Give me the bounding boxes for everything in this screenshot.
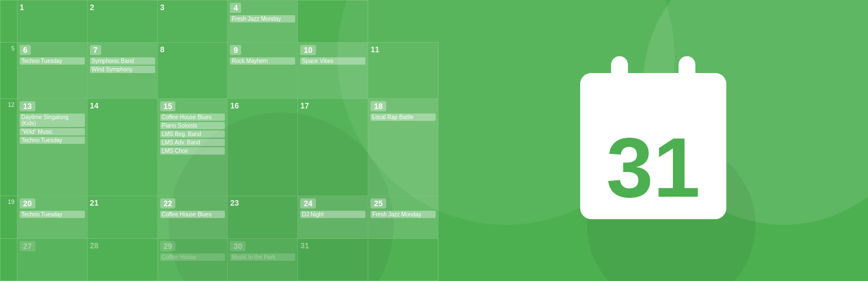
day-7: 7 Symphonic Band Wind Symphony [87, 43, 157, 99]
day-number: 17 [300, 101, 365, 110]
week-number: 5 [1, 43, 17, 99]
day-13: 13 Daytime Singalong (Kids) "Wild" Music… [17, 99, 88, 196]
event: LMS Adv. Band [160, 139, 225, 146]
event: Space Vibes [300, 57, 365, 65]
day-4: 4 Fresh Jazz Monday [228, 1, 298, 43]
event: DJ Night [300, 211, 365, 218]
week-number: 19 [1, 196, 17, 238]
event: Techno Tuesday [20, 211, 85, 218]
event: Coffee House Blues [160, 114, 225, 121]
day-number: 1 [20, 3, 85, 12]
day-8: 8 [157, 43, 228, 99]
event: "Wild" Music [20, 128, 85, 135]
event: Daytime Singalong (Kids) [20, 114, 85, 127]
svg-text:31: 31 [607, 120, 700, 215]
event: Music In the Park [230, 253, 295, 261]
day-number: 23 [230, 198, 295, 207]
day-number: 27 [20, 241, 35, 251]
day-21: 21 [87, 196, 157, 238]
calendar-section: 1 2 3 4 Fresh Jazz Monday 5 6 [0, 0, 438, 281]
event: Wind Symphony [90, 66, 155, 73]
svg-rect-3 [679, 56, 695, 87]
day-number: 14 [90, 101, 155, 110]
day-9: 9 Rock Mayhem [228, 43, 298, 99]
day-number: 31 [300, 241, 365, 250]
day-10: 10 Space Vibes [298, 43, 368, 99]
event: Techno Tuesday [20, 137, 85, 144]
event: Coffee House Blues [160, 211, 225, 218]
week-number [1, 238, 17, 280]
week-number: 12 [1, 99, 17, 196]
day-number: 3 [160, 3, 225, 12]
day-25: 25 Fresh Jazz Monday [368, 196, 438, 238]
event: Piano Soloists [160, 122, 225, 129]
calendar-row-week5: 27 28 29 Coffee House 30 Music In the Pa… [1, 238, 438, 280]
calendar-row-week4: 19 20 Techno Tuesday 21 22 Coffee House … [1, 196, 438, 238]
calendar-row-week2: 5 6 Techno Tuesday 7 Symphonic Band Wind… [1, 43, 438, 99]
event: Coffee House [160, 253, 225, 261]
week-spacer [1, 1, 17, 43]
day-number: 25 [370, 198, 386, 209]
event: Fresh Jazz Monday [370, 211, 436, 218]
day-number: 22 [160, 198, 176, 209]
day-3: 3 [157, 1, 228, 43]
event: Techno Tuesday [20, 57, 85, 65]
day-number: 20 [20, 198, 35, 209]
day-16: 16 [228, 99, 298, 196]
day-27: 27 [17, 238, 88, 280]
day-number: 28 [90, 241, 155, 250]
day-number: 6 [20, 45, 31, 55]
day-31: 31 [298, 238, 368, 280]
day-number: 29 [160, 241, 176, 251]
day-1: 1 [17, 1, 88, 43]
day-number: 10 [300, 45, 316, 55]
day-6: 6 Techno Tuesday [17, 43, 88, 99]
day-24: 24 DJ Night [298, 196, 368, 238]
day-14: 14 [87, 99, 157, 196]
day-number: 7 [90, 45, 101, 55]
event: LMS Beg. Band [160, 130, 225, 138]
day-number: 13 [20, 101, 35, 111]
day-18: 18 Local Rap Battle [368, 99, 438, 196]
calendar-table: 1 2 3 4 Fresh Jazz Monday 5 6 [0, 0, 438, 281]
event: Symphonic Band [90, 57, 155, 65]
day-23: 23 [228, 196, 298, 238]
day-15: 15 Coffee House Blues Piano Soloists LMS… [157, 99, 228, 196]
day-number: 9 [230, 45, 241, 55]
calendar-row-week1: 1 2 3 4 Fresh Jazz Monday [1, 1, 438, 43]
day-30: 30 Music In the Park [228, 238, 298, 280]
day-20: 20 Techno Tuesday [17, 196, 88, 238]
day-2: 2 [87, 1, 157, 43]
event: Fresh Jazz Monday [230, 15, 295, 22]
day-number: 18 [370, 101, 386, 111]
event: Rock Mayhem [230, 57, 295, 65]
svg-rect-1 [580, 73, 726, 112]
day-number: 11 [370, 45, 436, 54]
event: Local Rap Battle [370, 114, 436, 121]
day-number: 15 [160, 101, 176, 111]
day-28: 28 [87, 238, 157, 280]
day-number: 16 [230, 101, 295, 110]
event: LMS Choir [160, 147, 225, 155]
day-17: 17 [298, 99, 368, 196]
day-number: 4 [230, 3, 241, 13]
calendar-row-week3: 12 13 Daytime Singalong (Kids) "Wild" Mu… [1, 99, 438, 196]
calendar-icon: 31 [575, 51, 732, 230]
day-empty [368, 238, 438, 280]
day-number: 24 [300, 198, 316, 209]
day-number: 2 [90, 3, 155, 12]
svg-rect-2 [611, 56, 628, 87]
day-11: 11 [368, 43, 438, 99]
day-number: 8 [160, 45, 225, 54]
day-29: 29 Coffee House [157, 238, 228, 280]
icon-section: 31 [438, 0, 868, 281]
calendar-icon-svg: 31 [575, 51, 732, 230]
day-number: 30 [230, 241, 246, 251]
day-22: 22 Coffee House Blues [157, 196, 228, 238]
day-number: 21 [90, 198, 155, 207]
day-empty [298, 1, 368, 43]
